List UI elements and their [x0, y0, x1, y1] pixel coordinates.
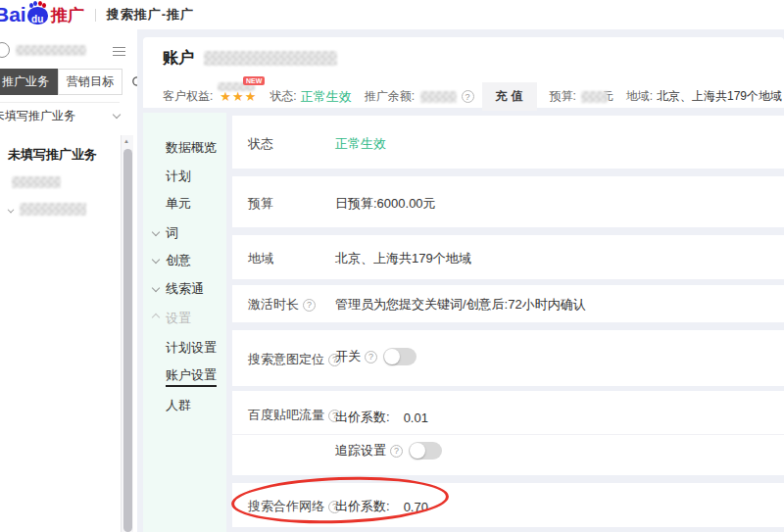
coef-label: 出价系数:	[335, 409, 390, 426]
account-header-card: 账户 客户权益: ★★★ NEW 状态: 正常生效 推广余额: 充值 预算: 元…	[143, 37, 784, 108]
setting-row-activation: 激活时长 管理员为您提交关键词/创意后:72小时内确认	[232, 285, 784, 322]
chevron-down-icon	[152, 256, 160, 264]
nav-item-account-settings[interactable]: 账户设置	[166, 366, 217, 384]
page: Bai du 推广 搜索推广-推广 推广业务 营销目标 ⇅ 未填写推广业务 未填…	[0, 0, 784, 532]
status-value: 正常生效	[301, 88, 352, 106]
row-label: 状态	[248, 135, 273, 153]
search-intent-toggle[interactable]	[383, 348, 416, 365]
region-label: 地域:	[626, 88, 653, 105]
tab-marketing-goal[interactable]: 营销目标	[58, 69, 122, 95]
region-value: 北京、上海共179个地域	[335, 250, 471, 267]
nav-item-keyword[interactable]: 词	[166, 224, 178, 242]
product-title: 搜索推广-推广	[107, 6, 194, 24]
censored-balance	[420, 91, 457, 103]
page-title: 账户	[163, 48, 194, 69]
sidebar-tabs: 推广业务 营销目标 ⇅	[0, 69, 137, 95]
logo-text-bai: Bai	[0, 4, 26, 25]
activation-value: 管理员为您提交关键词/创意后:72小时内确认	[335, 296, 586, 314]
settings-nav: 数据概览 计划 单元 词 创意 线索通 设置 计划设置 账户设置 人群	[143, 113, 226, 532]
sidebar-divider	[0, 102, 120, 103]
nav-item-audience[interactable]: 人群	[166, 397, 191, 414]
budget-value: 日预算:6000.00元	[335, 195, 436, 213]
status-label: 状态:	[270, 88, 296, 105]
setting-row-status: 状态 正常生效	[232, 116, 784, 169]
tracking-toggle[interactable]	[409, 442, 442, 459]
setting-row-tieba-traffic: 百度贴吧流量 出价系数: 0.01 追踪设置	[232, 391, 784, 475]
rights-label: 客户权益:	[163, 88, 213, 105]
censored-budget	[581, 91, 608, 103]
search-icon[interactable]	[131, 75, 137, 89]
budget-label: 预算:	[550, 88, 576, 105]
avatar	[0, 42, 10, 58]
help-icon[interactable]	[303, 299, 316, 312]
status-value: 正常生效	[335, 135, 386, 153]
nav-item-plan-settings[interactable]: 计划设置	[166, 339, 217, 357]
track-label: 追踪设置	[335, 442, 386, 459]
coef-label: 出价系数:	[335, 498, 390, 515]
setting-row-search-intent: 搜索意图定位 开关	[232, 330, 784, 386]
top-bar: Bai du 推广 搜索推广-推广	[0, 0, 784, 29]
censored-list-item[interactable]	[12, 176, 61, 188]
chevron-down-icon[interactable]	[113, 111, 121, 119]
coef-value: 0.70	[404, 500, 428, 514]
logo-text-tuiguang: 推广	[51, 6, 84, 25]
setting-row-search-partner-network: 搜索合作网络 出价系数: 0.70	[232, 483, 784, 527]
topbar-divider	[95, 9, 96, 22]
nav-item-settings[interactable]: 设置	[166, 310, 191, 327]
scrollbar-thumb[interactable]	[123, 149, 132, 532]
setting-row-budget: 预算 日预算:6000.00元	[232, 176, 784, 227]
row-label: 激活时长	[248, 296, 299, 314]
tab-promotion-business[interactable]: 推广业务	[0, 69, 58, 95]
setting-row-region: 地域 北京、上海共179个地域	[232, 235, 784, 279]
chevron-down-icon[interactable]	[8, 207, 15, 214]
switch-label: 开关	[335, 348, 361, 365]
baidu-logo[interactable]: Bai du 推广	[0, 4, 84, 25]
new-badge: NEW	[243, 76, 265, 85]
nav-item-leads[interactable]: 线索通	[166, 280, 204, 298]
row-label: 百度贴吧流量	[248, 407, 324, 424]
balance-label: 推广余额:	[365, 88, 415, 105]
sidebar-scrollbar[interactable]: ▲	[121, 135, 133, 532]
help-icon[interactable]	[462, 90, 474, 103]
help-icon[interactable]	[365, 351, 377, 363]
star-rating-icon: ★★★	[220, 89, 257, 104]
coef-value: 0.01	[404, 411, 428, 425]
censored-account-name	[16, 45, 86, 56]
baidu-paw-icon: du	[27, 7, 48, 24]
row-label: 预算	[248, 195, 273, 213]
help-icon[interactable]	[390, 445, 403, 458]
censored-list-item[interactable]	[20, 203, 86, 216]
collapse-sidebar-icon[interactable]	[113, 44, 125, 56]
account-status-bar: 客户权益: ★★★ NEW 状态: 正常生效 推广余额: 充值 预算: 元 地域…	[163, 82, 782, 111]
row-label: 地域	[248, 250, 273, 267]
nav-item-unit[interactable]: 单元	[166, 195, 191, 213]
group-title: 未填写推广业务	[8, 146, 97, 164]
chevron-down-icon	[152, 228, 160, 236]
nav-item-data-overview[interactable]: 数据概览	[166, 139, 217, 157]
nav-item-plan[interactable]: 计划	[166, 168, 191, 185]
nav-item-creative[interactable]: 创意	[166, 252, 191, 269]
chevron-up-icon	[152, 314, 160, 321]
left-sidebar: 推广业务 营销目标 ⇅ 未填写推广业务 未填写推广业务 ▲	[0, 29, 137, 532]
recharge-button[interactable]: 充值	[482, 82, 537, 111]
rights-stars: ★★★ NEW	[220, 89, 257, 104]
scroll-up-arrow-icon[interactable]: ▲	[123, 138, 129, 144]
row-label: 搜索合作网络	[248, 498, 324, 515]
row-label: 搜索意图定位	[248, 351, 324, 368]
censored-account-title	[204, 51, 337, 66]
business-selector[interactable]: 未填写推广业务	[0, 108, 75, 124]
chevron-down-icon	[152, 284, 160, 292]
row-divider	[232, 434, 784, 435]
region-value: 北京、上海共179个地域	[657, 88, 782, 105]
